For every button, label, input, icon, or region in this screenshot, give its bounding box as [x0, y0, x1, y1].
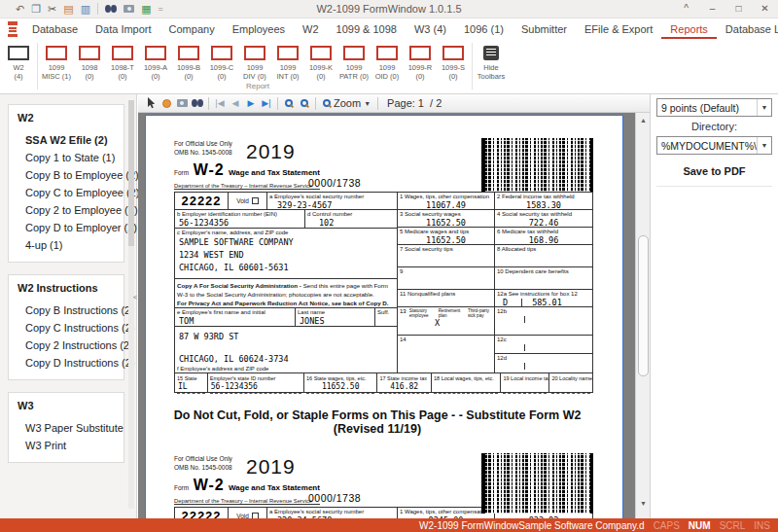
ribbon-button-1099-b[interactable]: 1099-B (0) — [172, 41, 205, 81]
ribbon-button-1099-s[interactable]: 1099-S (0) — [437, 41, 470, 81]
qat-more-icon[interactable]: = — [159, 4, 163, 15]
export-icon[interactable]: ▦ — [141, 4, 151, 15]
zoom-out-icon[interactable] — [281, 96, 297, 111]
snapshot-icon[interactable] — [124, 5, 134, 13]
sidebar-section-w2-instructions: W2 Instructions Copy B Instructions (2) … — [8, 274, 124, 380]
box2-value: 1583.30 — [495, 200, 592, 210]
preview-toolbar: |◀ ◀ ▶ ▶| Zoom ▼ Page: 1 / 2 — [138, 94, 650, 113]
tab-data-import[interactable]: Data Import — [87, 19, 159, 39]
w2-form-icon — [8, 46, 29, 60]
tab-database[interactable]: Database — [23, 19, 87, 39]
sidebar-item-copyd-instructions[interactable]: Copy D Instructions (2) — [18, 354, 124, 372]
sidebar-item-copy1-state[interactable]: Copy 1 to State (1) — [18, 149, 124, 166]
zoom-dropdown[interactable]: Zoom ▼ — [319, 97, 374, 109]
ribbon-button-w2[interactable]: W2 (4) — [2, 41, 35, 81]
splitter-collapse-icon[interactable]: < — [133, 294, 137, 301]
ribbon-button-1098[interactable]: 1098 (0) — [73, 41, 106, 81]
sidebar-item-copyb-employee[interactable]: Copy B to Employee (2) — [18, 166, 124, 184]
directory-label: Directory: — [656, 121, 772, 132]
select-cursor-icon[interactable] — [143, 96, 159, 111]
tab-w3[interactable]: W3 (4) — [406, 19, 455, 39]
scroll-up-icon[interactable]: ▲ — [636, 113, 650, 127]
preview-scrollbar-thumb[interactable] — [638, 235, 649, 376]
last-page-button[interactable]: ▶| — [259, 96, 274, 111]
preview-scrollbar[interactable]: ▲ ▼ — [635, 113, 650, 518]
undo-icon[interactable]: ↶ — [16, 4, 24, 15]
sidebar-item-copyd-employer[interactable]: Copy D to Employer (2) — [18, 219, 124, 236]
maximize-button[interactable]: □ — [725, 0, 752, 18]
find-icon[interactable] — [190, 96, 205, 111]
sidebar-item-copyc-instructions[interactable]: Copy C Instructions (2) — [18, 319, 124, 337]
form-icon — [145, 46, 166, 60]
ribbon-button-1099-k[interactable]: 1099-K (0) — [304, 41, 337, 81]
tab-company[interactable]: Company — [160, 19, 224, 39]
sidebar-item-copyc-employee[interactable]: Copy C to Employee (2) — [18, 184, 124, 201]
next-page-button[interactable]: ▶ — [243, 96, 259, 111]
copy-icon[interactable]: ❐ — [31, 4, 41, 15]
previous-page-button[interactable]: ◀ — [228, 96, 243, 111]
close-button[interactable]: ✕ — [752, 0, 778, 18]
tab-database-locks[interactable]: Database Locks — [717, 19, 778, 39]
control-number: 102 — [305, 218, 397, 228]
sidebar-scrollbar[interactable] — [128, 100, 134, 509]
section-title: W2 Instructions — [18, 282, 124, 294]
window-controls: ^ – □ ✕ — [673, 0, 778, 18]
barcode — [481, 453, 593, 514]
app-menu-button[interactable] — [8, 21, 18, 37]
tab-employees[interactable]: Employees — [224, 19, 294, 39]
pan-hand-icon[interactable] — [159, 96, 174, 111]
hide-toolbars-button[interactable]: Hide Toolbars — [475, 41, 508, 81]
paste-special-icon[interactable]: ▥ — [81, 4, 90, 15]
toolbar-separator — [377, 97, 378, 110]
first-page-button[interactable]: |◀ — [212, 96, 228, 111]
tab-1099-1098[interactable]: 1099 & 1098 — [328, 19, 406, 39]
form-icon — [442, 46, 464, 60]
ribbon-button-1098-t[interactable]: 1098-T (0) — [106, 41, 139, 81]
find-icon[interactable] — [105, 5, 117, 13]
tab-w2[interactable]: W2 — [294, 19, 328, 39]
font-size-dropdown[interactable]: 9 points (Default) ▼ — [656, 98, 772, 117]
ribbon-button-1099-div[interactable]: 1099 DIV (0) — [238, 41, 271, 81]
ribbon-button-1099-int[interactable]: 1099 INT (0) — [271, 41, 304, 81]
directory-dropdown[interactable]: %MYDOCUMENT%\W2-1099 FormWi ▼ — [656, 136, 772, 155]
ribbon-button-1099-r[interactable]: 1099-R (0) — [404, 41, 437, 81]
state-id-value: 56-1234356 — [208, 382, 303, 392]
sidebar-item-copy2-employee[interactable]: Copy 2 to Employee (2) — [18, 201, 124, 219]
ribbon-button-1099-c[interactable]: 1099-C (0) — [205, 41, 238, 81]
sidebar-item-copyb-instructions[interactable]: Copy B Instructions (2) — [18, 301, 124, 319]
employer-city: CHICAGO, IL 60601-5631 — [175, 262, 397, 274]
sidebar-scrollbar-thumb[interactable] — [128, 100, 134, 246]
sidebar-item-w3-print[interactable]: W3 Print — [18, 437, 124, 454]
ribbon-button-1099-oid[interactable]: 1099 OID (0) — [371, 41, 404, 81]
chevron-down-icon: ▼ — [757, 137, 771, 154]
report-sidebar: W2 SSA W2 Efile (2) Copy 1 to State (1) … — [0, 94, 137, 518]
tab-efile-export[interactable]: EFile & Export — [576, 19, 661, 39]
state-row: 15 StateIL Employer's state ID number56-… — [174, 372, 593, 393]
box12a-code: D — [503, 298, 508, 307]
paste-icon[interactable]: ▤ — [63, 4, 73, 15]
box6-value: 168.96 — [495, 235, 592, 245]
treasury-label: Department of the Treasury – Internal Re… — [174, 183, 320, 190]
tab-reports[interactable]: Reports — [661, 19, 717, 39]
sidebar-item-4up[interactable]: 4-up (1) — [18, 236, 124, 254]
minimize-button[interactable]: – — [699, 0, 725, 18]
scroll-down-icon[interactable]: ▼ — [636, 496, 650, 511]
section-title: W2 — [18, 112, 124, 124]
tab-1096[interactable]: 1096 (1) — [455, 19, 513, 39]
zoom-in-icon[interactable] — [297, 96, 312, 111]
save-to-pdf-button[interactable]: Save to PDF — [656, 159, 772, 187]
employee-ssn: 329-23-4567 — [267, 200, 397, 210]
cut-icon[interactable]: ✂ — [48, 4, 56, 15]
sidebar-item-copy2-instructions[interactable]: Copy 2 Instructions (2) — [18, 337, 124, 354]
tab-submitter[interactable]: Submitter — [513, 19, 576, 39]
sidebar-item-w3-paper-substitute[interactable]: W3 Paper Substitute — [18, 419, 124, 437]
document-page: For Official Use Only OMB No. 1545-0008 … — [145, 115, 623, 518]
ribbon-button-1099-misc[interactable]: 1099 MISC (1) — [40, 41, 73, 81]
sidebar-item-ssa-w2-efile[interactable]: SSA W2 Efile (2) — [18, 131, 124, 149]
ribbon-options-icon[interactable]: ^ — [673, 0, 699, 18]
ribbon-button-1099-patr[interactable]: 1099 PATR (0) — [337, 41, 371, 81]
void-checkbox: Void — [229, 508, 267, 518]
form-control-code: 0000/1738 — [308, 177, 361, 189]
ribbon-button-1099-a[interactable]: 1099-A (0) — [139, 41, 172, 81]
snapshot-icon[interactable] — [174, 96, 190, 111]
